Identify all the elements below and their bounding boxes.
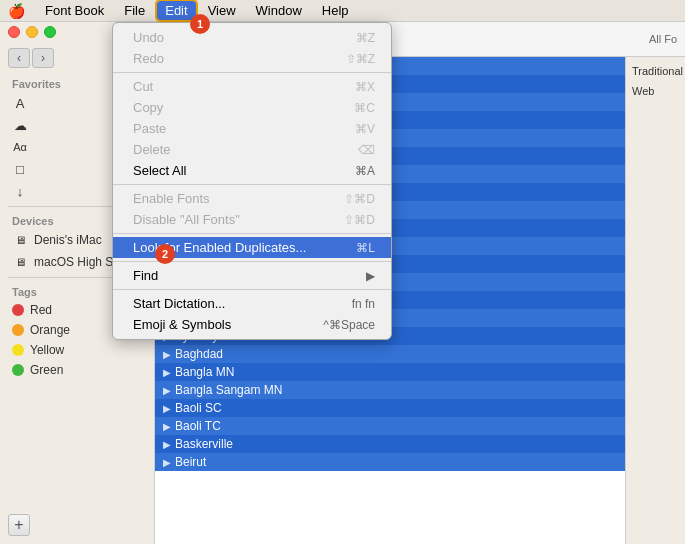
web-item[interactable]: Web: [626, 81, 685, 101]
copy-label: Copy: [133, 100, 346, 115]
separator3: [113, 233, 391, 234]
font-list-title: All Fo: [453, 33, 677, 45]
close-button[interactable]: [8, 26, 20, 38]
font-item-bangla-mn[interactable]: ▶ Bangla MN: [155, 363, 685, 381]
badge-1: 1: [190, 14, 210, 34]
redo-label: Redo: [133, 51, 338, 66]
download-icon: ↓: [12, 183, 28, 199]
sidebar-macos-label: macOS High S.: [34, 255, 117, 269]
sidebar-imac-label: Denis's iMac: [34, 233, 102, 247]
tag-green-label: Green: [30, 363, 63, 377]
menu-bar: 🍎 Font Book File Edit View Window Help: [0, 0, 685, 22]
menubar-edit[interactable]: Edit: [157, 1, 195, 20]
separator1: [113, 72, 391, 73]
font-item-baoli-tc[interactable]: ▶ Baoli TC: [155, 417, 685, 435]
look-duplicates-shortcut: ⌘L: [356, 241, 375, 255]
font-item-baskerville[interactable]: ▶ Baskerville: [155, 435, 685, 453]
menu-paste[interactable]: Paste ⌘V: [113, 118, 391, 139]
tag-orange-label: Orange: [30, 323, 70, 337]
yellow-dot: [12, 344, 24, 356]
menubar-help[interactable]: Help: [314, 1, 357, 20]
emoji-shortcut: ^⌘Space: [323, 318, 375, 332]
maximize-button[interactable]: [44, 26, 56, 38]
menu-redo[interactable]: Redo ⇧⌘Z: [113, 48, 391, 69]
minimize-button[interactable]: [26, 26, 38, 38]
cut-label: Cut: [133, 79, 347, 94]
enable-fonts-label: Enable Fonts: [133, 191, 336, 206]
copy-shortcut: ⌘C: [354, 101, 375, 115]
find-arrow: ▶: [366, 269, 375, 283]
icloud-icon: ☁: [12, 117, 28, 133]
tag-red-label: Red: [30, 303, 52, 317]
expand-arrow: ▶: [163, 457, 171, 468]
font-item-baghdad[interactable]: ▶ Baghdad: [155, 345, 685, 363]
enable-fonts-shortcut: ⇧⌘D: [344, 192, 375, 206]
menu-enable-fonts[interactable]: Enable Fonts ⇧⌘D: [113, 188, 391, 209]
expand-arrow: ▶: [163, 403, 171, 414]
sidebar-tag-green[interactable]: Green: [0, 360, 154, 380]
traditional-item[interactable]: Traditional: [626, 61, 685, 81]
macos-icon: 🖥: [12, 254, 28, 270]
expand-arrow: ▶: [163, 421, 171, 432]
menubar-file[interactable]: File: [116, 1, 153, 20]
add-collection-button[interactable]: +: [8, 514, 30, 536]
menu-copy[interactable]: Copy ⌘C: [113, 97, 391, 118]
menubar-fontbook[interactable]: Font Book: [37, 1, 112, 20]
all-fonts-icon: A: [12, 95, 28, 111]
imac-icon: 🖥: [12, 232, 28, 248]
green-dot: [12, 364, 24, 376]
red-dot: [12, 304, 24, 316]
delete-label: Delete: [133, 142, 350, 157]
menu-dictation[interactable]: Start Dictation... fn fn: [113, 293, 391, 314]
badge-2: 2: [155, 244, 175, 264]
book-icon: □: [12, 161, 28, 177]
back-button[interactable]: ‹: [8, 48, 30, 68]
cut-shortcut: ⌘X: [355, 80, 375, 94]
tag-yellow-label: Yellow: [30, 343, 64, 357]
redo-shortcut: ⇧⌘Z: [346, 52, 375, 66]
font-icon: Aα: [12, 139, 28, 155]
paste-shortcut: ⌘V: [355, 122, 375, 136]
expand-arrow: ▶: [163, 367, 171, 378]
app-window: 🍎 Font Book File Edit View Window Help ‹…: [0, 0, 685, 544]
select-all-label: Select All: [133, 163, 347, 178]
disable-fonts-label: Disable "All Fonts": [133, 212, 336, 227]
forward-button[interactable]: ›: [32, 48, 54, 68]
dictation-label: Start Dictation...: [133, 296, 344, 311]
sidebar-tag-yellow[interactable]: Yellow: [0, 340, 154, 360]
menu-delete[interactable]: Delete ⌫: [113, 139, 391, 160]
menu-disable-fonts[interactable]: Disable "All Fonts" ⇧⌘D: [113, 209, 391, 230]
font-item-beirut[interactable]: ▶ Beirut: [155, 453, 685, 471]
menu-select-all[interactable]: Select All ⌘A: [113, 160, 391, 181]
separator4: [113, 261, 391, 262]
menu-find[interactable]: Find ▶: [113, 265, 391, 286]
paste-label: Paste: [133, 121, 347, 136]
undo-label: Undo: [133, 30, 348, 45]
find-label: Find: [133, 268, 358, 283]
separator5: [113, 289, 391, 290]
disable-fonts-shortcut: ⇧⌘D: [344, 213, 375, 227]
menubar-window[interactable]: Window: [248, 1, 310, 20]
edit-dropdown-menu: Undo ⌘Z Redo ⇧⌘Z Cut ⌘X Copy ⌘C Paste ⌘V…: [112, 22, 392, 340]
font-item-baoli-sc[interactable]: ▶ Baoli SC: [155, 399, 685, 417]
dictation-shortcut: fn fn: [352, 297, 375, 311]
select-all-shortcut: ⌘A: [355, 164, 375, 178]
window-controls: [8, 26, 56, 38]
apple-menu[interactable]: 🍎: [8, 3, 25, 19]
menu-undo[interactable]: Undo ⌘Z: [113, 27, 391, 48]
delete-shortcut: ⌫: [358, 143, 375, 157]
menu-cut[interactable]: Cut ⌘X: [113, 76, 391, 97]
expand-arrow: ▶: [163, 439, 171, 450]
font-item-bangla-sangam[interactable]: ▶ Bangla Sangam MN: [155, 381, 685, 399]
emoji-label: Emoji & Symbols: [133, 317, 315, 332]
undo-shortcut: ⌘Z: [356, 31, 375, 45]
expand-arrow: ▶: [163, 385, 171, 396]
menu-emoji[interactable]: Emoji & Symbols ^⌘Space: [113, 314, 391, 335]
orange-dot: [12, 324, 24, 336]
separator2: [113, 184, 391, 185]
expand-arrow: ▶: [163, 349, 171, 360]
